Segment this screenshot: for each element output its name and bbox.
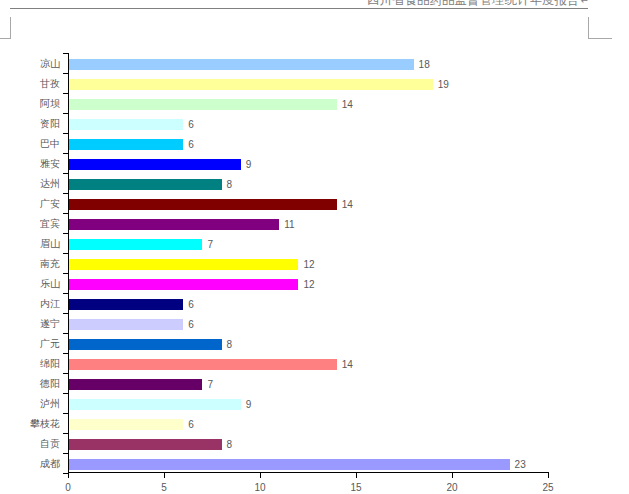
bar[interactable] [68, 459, 510, 470]
x-axis-tick-label: 10 [248, 482, 272, 493]
y-axis-tick [63, 373, 68, 374]
y-axis-tick [63, 333, 68, 334]
y-axis-tick [63, 173, 68, 174]
value-label: 11 [284, 217, 294, 230]
bar[interactable] [68, 259, 298, 270]
bar-row: 泸州9 [0, 393, 629, 413]
y-axis [68, 53, 69, 473]
category-label: 雅安 [0, 155, 68, 171]
y-axis-tick [63, 153, 68, 154]
y-axis-tick [63, 213, 68, 214]
bar[interactable] [68, 419, 183, 430]
category-label: 甘孜 [0, 75, 68, 91]
value-label: 18 [419, 57, 430, 70]
y-axis-tick [63, 313, 68, 314]
bar-row: 巴中6 [0, 133, 629, 153]
bar[interactable] [68, 199, 337, 210]
y-axis-tick [63, 253, 68, 254]
y-axis-tick [63, 53, 68, 54]
bar-row: 眉山7 [0, 233, 629, 253]
bar[interactable] [68, 439, 222, 450]
category-label: 眉山 [0, 235, 68, 251]
category-label: 巴中 [0, 135, 68, 151]
value-label: 6 [188, 417, 194, 430]
bar[interactable] [68, 379, 202, 390]
value-label: 6 [188, 117, 194, 130]
bar[interactable] [68, 219, 279, 230]
y-axis-tick [63, 273, 68, 274]
bar[interactable] [68, 359, 337, 370]
bar[interactable] [68, 99, 337, 110]
value-label: 7 [207, 377, 213, 390]
value-label: 19 [438, 77, 449, 90]
value-label: 14 [342, 197, 353, 210]
category-label: 绵阳 [0, 355, 68, 371]
y-axis-tick [63, 293, 68, 294]
bar-row: 成都23 [0, 453, 629, 473]
category-label: 资阳 [0, 115, 68, 131]
bar[interactable] [68, 399, 241, 410]
bar-row: 自贡8 [0, 433, 629, 453]
x-axis-tick-label: 0 [56, 482, 80, 493]
y-axis-tick [63, 353, 68, 354]
bar-row: 遂宁6 [0, 313, 629, 333]
bar-chart[interactable]: 凉山18甘孜19阿坝14资阳6巴中6雅安9达州8广安14宜宾11眉山7南充12乐… [0, 0, 629, 494]
bar-row: 广安14 [0, 193, 629, 213]
value-label: 8 [227, 177, 233, 190]
category-label: 成都 [0, 455, 68, 471]
y-axis-tick [63, 413, 68, 414]
category-label: 自贡 [0, 435, 68, 451]
bar[interactable] [68, 119, 183, 130]
category-label: 乐山 [0, 275, 68, 291]
value-label: 6 [188, 317, 194, 330]
bar[interactable] [68, 159, 241, 170]
x-axis [68, 472, 549, 473]
bar[interactable] [68, 319, 183, 330]
x-axis-tick [260, 472, 261, 478]
category-label: 广元 [0, 335, 68, 351]
category-label: 宜宾 [0, 215, 68, 231]
y-axis-tick [63, 93, 68, 94]
y-axis-tick [63, 133, 68, 134]
bar[interactable] [68, 239, 202, 250]
category-label: 泸州 [0, 395, 68, 411]
bar-row: 达州8 [0, 173, 629, 193]
bar-row: 绵阳14 [0, 353, 629, 373]
category-label: 攀枝花 [0, 415, 68, 431]
value-label: 14 [342, 97, 353, 110]
bar-row: 甘孜19 [0, 73, 629, 93]
y-axis-tick [63, 113, 68, 114]
bar[interactable] [68, 299, 183, 310]
bar-row: 宜宾11 [0, 213, 629, 233]
document-page: 四川省食品药品监督管理统计年度报告↵ 凉山18甘孜19阿坝14资阳6巴中6雅安9… [0, 0, 629, 494]
category-label: 凉山 [0, 55, 68, 71]
bar-row: 内江6 [0, 293, 629, 313]
y-axis-tick [63, 393, 68, 394]
bar[interactable] [68, 179, 222, 190]
bar[interactable] [68, 279, 298, 290]
x-axis-tick [548, 472, 549, 478]
value-label: 6 [188, 137, 194, 150]
x-axis-tick-label: 20 [440, 482, 464, 493]
value-label: 8 [227, 437, 233, 450]
bar-row: 德阳7 [0, 373, 629, 393]
bar[interactable] [68, 339, 222, 350]
category-label: 阿坝 [0, 95, 68, 111]
category-label: 广安 [0, 195, 68, 211]
category-label: 遂宁 [0, 315, 68, 331]
bar[interactable] [68, 59, 414, 70]
value-label: 14 [342, 357, 353, 370]
bar[interactable] [68, 79, 433, 90]
x-axis-tick [68, 472, 69, 478]
y-axis-tick [63, 433, 68, 434]
bar-row: 阿坝14 [0, 93, 629, 113]
x-axis-tick [164, 472, 165, 478]
bar[interactable] [68, 139, 183, 150]
category-label: 德阳 [0, 375, 68, 391]
y-axis-tick [63, 193, 68, 194]
x-axis-tick-label: 15 [344, 482, 368, 493]
y-axis-tick [63, 233, 68, 234]
bar-row: 广元8 [0, 333, 629, 353]
value-label: 9 [246, 397, 252, 410]
value-label: 12 [303, 257, 314, 270]
